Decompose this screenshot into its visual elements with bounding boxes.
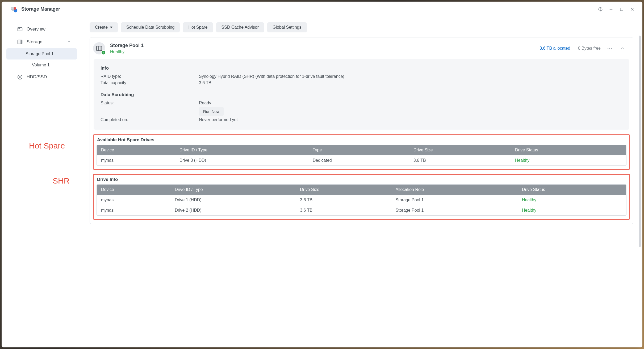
close-button[interactable] [627,4,638,15]
col-drive-size: Drive Size [296,185,391,195]
cell-size: 3.6 TB [296,195,391,205]
more-menu-button[interactable] [606,45,613,52]
pool-header: Storage Pool 1 Healthy 3.6 TB allocated … [90,37,633,59]
maximize-button[interactable] [616,4,627,15]
svg-point-3 [14,7,16,10]
button-label: Create [95,25,108,30]
cell-drive-id: Drive 2 (HDD) [170,205,296,215]
ssd-cache-advisor-button[interactable]: SSD Cache Advisor [216,22,264,32]
cell-role: Storage Pool 1 [391,205,518,215]
storage-pool-panel: Storage Pool 1 Healthy 3.6 TB allocated … [90,37,633,224]
help-button[interactable] [595,4,606,15]
sidebar-item-label: Storage Pool 1 [26,52,54,56]
cell-role: Storage Pool 1 [391,195,518,205]
sidebar-item-label: Overview [27,27,45,32]
col-type: Type [308,145,409,155]
pool-title: Storage Pool 1 [110,43,144,48]
cell-device: mynas [97,155,175,165]
global-settings-button[interactable]: Global Settings [267,22,307,32]
app-window: Storage Manager Overview [2,2,642,347]
svg-point-23 [611,48,612,49]
overview-icon [17,26,23,32]
col-drive-id: Drive ID / Type [175,145,308,155]
raid-type-value: Synology Hybrid RAID (SHR) (With data pr… [199,74,622,79]
svg-rect-11 [19,28,20,29]
sidebar-item-overview[interactable]: Overview [6,23,77,36]
schedule-scrubbing-button[interactable]: Schedule Data Scrubbing [121,22,180,32]
col-drive-id: Drive ID / Type [170,185,296,195]
cell-status: Healthy [518,205,626,215]
status-ok-icon [101,50,106,55]
caret-down-icon [110,27,112,28]
cell-drive-id: Drive 1 (HDD) [170,195,296,205]
sidebar-item-label: Storage [27,39,43,45]
table-row[interactable]: mynas Drive 2 (HDD) 3.6 TB Storage Pool … [97,205,626,215]
svg-rect-18 [97,46,102,50]
cell-size: 3.6 TB [409,155,511,165]
cell-drive-id: Drive 3 (HDD) [175,155,308,165]
sidebar-item-volume-1[interactable]: Volume 1 [6,59,77,71]
sidebar: Overview Storage Storage Pool 1 Volume 1 [2,17,82,347]
minimize-button[interactable] [606,4,616,15]
col-device: Device [97,185,170,195]
cell-status: Healthy [511,155,626,165]
completed-on-label: Completed on: [101,117,199,122]
table-row[interactable]: mynas Drive 3 (HDD) Dedicated 3.6 TB Hea… [97,155,626,165]
col-drive-size: Drive Size [409,145,511,155]
sidebar-item-label: Volume 1 [32,63,50,67]
cell-device: mynas [97,195,170,205]
pool-status: Healthy [110,49,144,54]
toolbar: Create Schedule Data Scrubbing Hot Spare… [82,17,642,37]
collapse-button[interactable] [619,45,626,52]
hot-spare-table: Device Drive ID / Type Type Drive Size D… [97,145,626,166]
cell-type: Dedicated [308,155,409,165]
total-capacity-value: 3.6 TB [199,80,622,85]
total-capacity-label: Total capacity: [101,80,199,85]
sidebar-item-label: HDD/SSD [27,74,47,80]
info-box: Info RAID type: Synology Hybrid RAID (SH… [94,59,629,130]
scrub-status-value: Ready [199,101,622,105]
create-button[interactable]: Create [90,22,118,32]
cell-status: Healthy [518,195,626,205]
storage-icon [17,39,23,45]
disk-icon [17,74,23,80]
raid-type-label: RAID type: [101,74,199,79]
scrub-status-label: Status: [101,101,199,105]
main-area: Hot Spare SHR Create Schedule Data Scrub… [82,17,642,347]
info-heading: Info [101,66,622,71]
cell-device: mynas [97,205,170,215]
cell-size: 3.6 TB [296,205,391,215]
pool-icon [93,42,105,54]
drive-info-title: Drive Info [97,177,626,182]
data-scrubbing-heading: Data Scrubbing [101,92,622,97]
chevron-up-icon [67,39,71,45]
svg-point-22 [609,48,610,49]
hot-spare-title: Available Hot Spare Drives [97,137,626,143]
col-device: Device [97,145,175,155]
completed-on-value: Never performed yet [199,117,622,122]
drive-info-section: Drive Info Device Drive ID / Type Drive … [93,174,630,220]
pool-allocated: 3.6 TB allocated [540,46,570,50]
sidebar-item-storage-pool-1[interactable]: Storage Pool 1 [6,48,77,59]
col-drive-status: Drive Status [511,145,626,155]
hot-spare-section: Available Hot Spare Drives Device Drive … [93,134,630,170]
sidebar-item-storage[interactable]: Storage [6,36,77,48]
col-drive-status: Drive Status [518,185,626,195]
title-bar: Storage Manager [2,2,642,17]
app-icon [11,6,18,13]
run-now-button[interactable]: Run Now [199,107,224,116]
pool-free: 0 Bytes free [578,46,601,50]
col-alloc-role: Allocation Role [391,185,518,195]
app-title: Storage Manager [21,6,60,12]
svg-rect-10 [18,28,22,31]
hot-spare-button[interactable]: Hot Spare [183,22,213,32]
svg-rect-7 [620,8,623,11]
table-row[interactable]: mynas Drive 1 (HDD) 3.6 TB Storage Pool … [97,195,626,205]
svg-point-5 [600,10,600,10]
svg-point-17 [19,76,20,78]
scrollbar-thumb[interactable] [639,36,641,247]
svg-point-21 [608,48,608,49]
pool-allocation: 3.6 TB allocated | 0 Bytes free [540,46,601,51]
drive-info-table: Device Drive ID / Type Drive Size Alloca… [97,184,626,216]
sidebar-item-hdd-ssd[interactable]: HDD/SSD [6,71,77,83]
